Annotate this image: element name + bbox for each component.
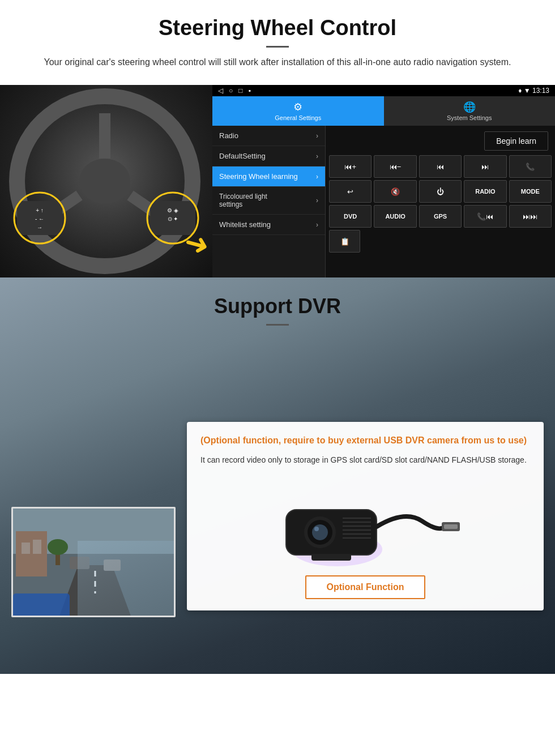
chevron-icon: › (316, 152, 318, 160)
svg-point-32 (312, 524, 328, 540)
chevron-icon: › (316, 173, 318, 181)
settings-menu-list: Radio › DefaultSetting › Steering Wheel … (212, 126, 326, 277)
chevron-icon: › (316, 221, 318, 229)
optional-function-button[interactable]: Optional Function (305, 575, 426, 599)
svg-rect-22 (33, 540, 41, 554)
dvr-section: Support DVR (0, 277, 555, 674)
dvr-content: (Optional function, require to buy exter… (0, 337, 555, 629)
gear-icon: ⚙ (293, 101, 302, 113)
control-row-3: DVD AUDIO GPS 📞⏮ ⏭⏭ (329, 205, 552, 228)
tab-system-settings[interactable]: 🌐 System Settings (384, 96, 556, 126)
dvr-thumbnail-image (11, 507, 176, 617)
btn-mute[interactable]: 🔇 (374, 180, 416, 203)
steering-title: Steering Wheel Control (23, 16, 532, 40)
btn-gps[interactable]: GPS (419, 205, 462, 228)
steering-wheel-image: + ↑ - ← → ⚙ ◈ ⊙ ✦ ➜ (0, 85, 212, 277)
svg-rect-25 (13, 593, 70, 617)
menu-radio-label: Radio (219, 131, 238, 140)
menu-item-steering[interactable]: Steering Wheel learning › (212, 166, 325, 187)
svg-text:⚙  ◈: ⚙ ◈ (167, 207, 178, 213)
menu-tricolour-label: Tricoloured lightsettings (219, 193, 267, 208)
svg-text:-  ←: - ← (35, 216, 44, 222)
btn-call[interactable]: 📞 (509, 155, 552, 178)
btn-prev[interactable]: ⏮ (419, 155, 462, 178)
dvr-orange-title: (Optional function, require to buy exter… (200, 434, 530, 447)
btn-radio[interactable]: RADIO (464, 180, 506, 203)
dvr-section-header: Support DVR (0, 277, 555, 337)
btn-extra[interactable]: 📋 (329, 230, 360, 253)
btn-power[interactable]: ⏻ (419, 180, 462, 203)
title-divider (266, 46, 289, 48)
svg-point-1 (79, 159, 130, 204)
dvr-camera-image (200, 476, 530, 566)
control-row-4: 📋 (329, 230, 552, 253)
wheel-background: + ↑ - ← → ⚙ ◈ ⊙ ✦ ➜ (0, 85, 212, 277)
menu-steering-label: Steering Wheel learning (219, 172, 298, 181)
menu-item-radio[interactable]: Radio › (212, 126, 325, 146)
control-row-1: ⏮+ ⏮− ⏮ ⏭ 📞 (329, 155, 552, 178)
btn-dvd[interactable]: DVD (329, 205, 372, 228)
steering-control-area: Begin learn ⏮+ ⏮− ⏮ ⏭ 📞 ↩ 🔇 ⏻ RADIO MODE (326, 126, 555, 277)
globe-icon: 🌐 (463, 101, 476, 113)
steering-subtitle: Your original car's steering wheel contr… (23, 55, 532, 69)
btn-audio[interactable]: AUDIO (374, 205, 416, 228)
menu-item-whitelist[interactable]: Whitelist setting › (212, 215, 325, 235)
control-row-2: ↩ 🔇 ⏻ RADIO MODE (329, 180, 552, 203)
dvr-divider (266, 324, 289, 326)
steering-section-header: Steering Wheel Control Your original car… (0, 0, 555, 75)
svg-rect-21 (22, 543, 30, 554)
dvr-info-card: (Optional function, require to buy exter… (187, 422, 544, 610)
menu-area: Radio › DefaultSetting › Steering Wheel … (212, 126, 555, 277)
optional-function-row: Optional Function (200, 575, 530, 599)
svg-rect-18 (104, 559, 121, 571)
settings-tabs[interactable]: ⚙ General Settings 🌐 System Settings (212, 96, 555, 126)
btn-hangup[interactable]: ↩ (329, 180, 372, 203)
tab-general-settings[interactable]: ⚙ General Settings (212, 96, 384, 126)
android-ui-panel: ◁ ○ □ ▪ ♦ ▼ 13:13 ⚙ General Settings 🌐 S… (212, 85, 555, 277)
status-icons: ♦ ▼ 13:13 (518, 87, 549, 95)
tab-system-label: System Settings (447, 114, 492, 121)
svg-rect-20 (16, 531, 47, 576)
btn-mode[interactable]: MODE (509, 180, 552, 203)
nav-icons: ◁ ○ □ ▪ (218, 87, 251, 95)
chevron-icon: › (316, 132, 318, 140)
btn-call-prev[interactable]: 📞⏮ (464, 205, 506, 228)
dvr-description: It can record video only to storage in G… (200, 454, 530, 466)
svg-rect-19 (70, 557, 89, 569)
svg-rect-40 (311, 554, 351, 561)
status-bar: ◁ ○ □ ▪ ♦ ▼ 13:13 (212, 85, 555, 96)
begin-learn-row: Begin learn (329, 129, 552, 153)
svg-text:+  ↑: + ↑ (36, 207, 44, 213)
btn-next[interactable]: ⏭ (464, 155, 506, 178)
btn-vol-down[interactable]: ⏮− (374, 155, 416, 178)
menu-default-label: DefaultSetting (219, 152, 266, 160)
menu-item-default[interactable]: DefaultSetting › (212, 146, 325, 166)
menu-whitelist-label: Whitelist setting (219, 220, 271, 229)
chevron-icon: › (316, 197, 318, 204)
dvr-title: Support DVR (23, 294, 532, 318)
svg-point-33 (314, 527, 319, 531)
steering-wheel-block: + ↑ - ← → ⚙ ◈ ⊙ ✦ ➜ ◁ ○ □ ▪ ♦ ▼ 13:13 (0, 85, 555, 277)
svg-text:→: → (37, 224, 42, 230)
btn-next-next[interactable]: ⏭⏭ (509, 205, 552, 228)
menu-item-tricolour[interactable]: Tricoloured lightsettings › (212, 187, 325, 215)
begin-learn-button[interactable]: Begin learn (484, 131, 548, 151)
btn-vol-up[interactable]: ⏮+ (329, 155, 372, 178)
svg-text:⊙  ✦: ⊙ ✦ (168, 216, 178, 222)
svg-point-24 (48, 539, 68, 555)
svg-rect-42 (444, 524, 458, 529)
tab-general-label: General Settings (275, 114, 321, 121)
